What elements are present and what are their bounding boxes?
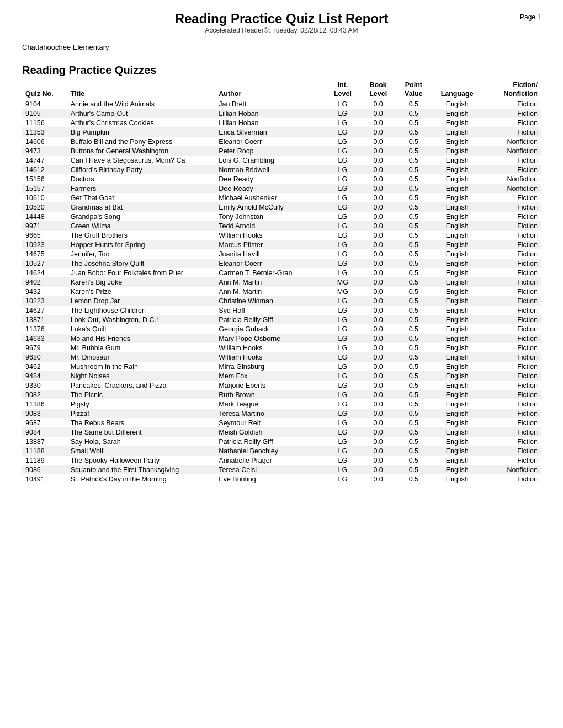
table-cell: Georgia Guback — [215, 324, 325, 334]
table-cell: Look Out, Washington, D.C.! — [67, 315, 216, 324]
table-cell: English — [431, 381, 482, 390]
table-cell: 0.5 — [396, 296, 431, 306]
table-cell: Annabelle Prager — [215, 456, 325, 465]
table-cell: Teresa Martino — [215, 409, 325, 418]
table-cell: 0.5 — [396, 474, 431, 484]
table-cell: 0.0 — [360, 427, 396, 437]
col-header-quiz-label: Quiz No. — [22, 89, 67, 99]
table-cell: LG — [325, 127, 360, 137]
table-row: 11189The Spooky Halloween PartyAnnabelle… — [22, 456, 541, 465]
table-cell: LG — [325, 259, 360, 268]
table-row: 14747Can I Have a Stegosaurus, Mom? CaLo… — [22, 156, 541, 165]
table-cell: LG — [325, 474, 360, 484]
table-cell: The Picnic — [67, 390, 216, 399]
table-cell: Emily Arnold McCully — [215, 202, 325, 212]
table-cell: Fiction — [483, 306, 541, 315]
col-header-point-top: Point — [396, 80, 431, 89]
table-cell: Jennifer, Too — [67, 249, 216, 259]
table-cell: LG — [325, 146, 360, 156]
table-cell: Small Wolf — [67, 446, 216, 456]
table-cell: The Josefina Story Quilt — [67, 259, 216, 268]
col-header-int-top: Int. — [325, 80, 360, 89]
table-cell: 0.0 — [360, 287, 396, 296]
table-cell: English — [431, 474, 482, 484]
table-cell: William Hooks — [215, 352, 325, 362]
table-cell: 0.5 — [396, 315, 431, 324]
table-row: 9402Karen's Big JokeAnn M. MartinMG0.00.… — [22, 277, 541, 287]
table-cell: Ann M. Martin — [215, 277, 325, 287]
table-cell: Fiction — [483, 315, 541, 324]
table-cell: LG — [325, 409, 360, 418]
table-cell: Carmen T. Bernier-Gran — [215, 268, 325, 277]
table-cell: 0.0 — [360, 362, 396, 371]
table-cell: LG — [325, 306, 360, 315]
table-cell: 0.0 — [360, 165, 396, 174]
table-cell: Clifford's Birthday Party — [67, 165, 216, 174]
col-header-quiz — [22, 80, 67, 89]
table-cell: English — [431, 268, 482, 277]
table-cell: English — [431, 231, 482, 240]
table-cell: Fiction — [483, 371, 541, 381]
table-cell: LG — [325, 399, 360, 409]
table-cell: 0.5 — [396, 399, 431, 409]
table-row: 13887Say Hola, SarahPatricia Reilly Giff… — [22, 437, 541, 446]
table-cell: 0.0 — [360, 418, 396, 427]
table-cell: 0.5 — [396, 324, 431, 334]
table-cell: Fiction — [483, 409, 541, 418]
table-cell: Nonfiction — [483, 174, 541, 184]
table-cell: The Spooky Halloween Party — [67, 456, 216, 465]
table-cell: Fiction — [483, 362, 541, 371]
table-cell: 0.0 — [360, 99, 396, 109]
table-cell: The Same but Different — [67, 427, 216, 437]
table-cell: 0.0 — [360, 127, 396, 137]
table-cell: 10520 — [22, 202, 67, 212]
table-cell: Buttons for General Washington — [67, 146, 216, 156]
table-cell: Dee Ready — [215, 184, 325, 193]
table-body: 9104Annie and the Wild AnimalsJan BrettL… — [22, 99, 541, 484]
table-row: 10610Get That Goat!Michael AushenkerLG0.… — [22, 193, 541, 202]
table-cell: 0.5 — [396, 371, 431, 381]
table-cell: Nathaniel Benchley — [215, 446, 325, 456]
table-cell: English — [431, 156, 482, 165]
table-cell: 9484 — [22, 371, 67, 381]
table-row: 9104Annie and the Wild AnimalsJan BrettL… — [22, 99, 541, 109]
table-cell: 14675 — [22, 249, 67, 259]
table-cell: 9083 — [22, 409, 67, 418]
table-cell: Karen's Big Joke — [67, 277, 216, 287]
table-cell: MG — [325, 277, 360, 287]
table-cell: English — [431, 352, 482, 362]
table-cell: Nonfiction — [483, 146, 541, 156]
table-cell: 0.5 — [396, 352, 431, 362]
table-cell: Fiction — [483, 352, 541, 362]
table-cell: Tony Johnston — [215, 212, 325, 221]
table-cell: 0.5 — [396, 446, 431, 456]
table-cell: 0.5 — [396, 127, 431, 137]
table-cell: 0.5 — [396, 193, 431, 202]
table-row: 11386PigstyMark TeagueLG0.00.5EnglishFic… — [22, 399, 541, 409]
table-cell: 0.0 — [360, 259, 396, 268]
table-cell: 14627 — [22, 306, 67, 315]
table-cell: Eleanor Coerr — [215, 259, 325, 268]
table-row: 9082The PicnicRuth BrownLG0.00.5EnglishF… — [22, 390, 541, 399]
table-cell: Mem Fox — [215, 371, 325, 381]
table-cell: 0.0 — [360, 221, 396, 231]
table-cell: 0.5 — [396, 465, 431, 474]
table-cell: LG — [325, 184, 360, 193]
table-cell: English — [431, 427, 482, 437]
table-cell: English — [431, 287, 482, 296]
table-cell: LG — [325, 315, 360, 324]
page-number: Page 1 — [520, 13, 541, 21]
table-cell: 0.5 — [396, 109, 431, 118]
table-cell: 11156 — [22, 118, 67, 127]
table-cell: Fiction — [483, 118, 541, 127]
table-row: 14627The Lighthouse ChildrenSyd HoffLG0.… — [22, 306, 541, 315]
table-cell: 10223 — [22, 296, 67, 306]
table-row: 11188Small WolfNathaniel BenchleyLG0.00.… — [22, 446, 541, 456]
table-cell: 0.0 — [360, 371, 396, 381]
table-cell: English — [431, 259, 482, 268]
table-cell: Michael Aushenker — [215, 193, 325, 202]
table-cell: 0.0 — [360, 249, 396, 259]
table-cell: Fiction — [483, 287, 541, 296]
table-cell: The Lighthouse Children — [67, 306, 216, 315]
table-row: 9083Pizza!Teresa MartinoLG0.00.5EnglishF… — [22, 409, 541, 418]
